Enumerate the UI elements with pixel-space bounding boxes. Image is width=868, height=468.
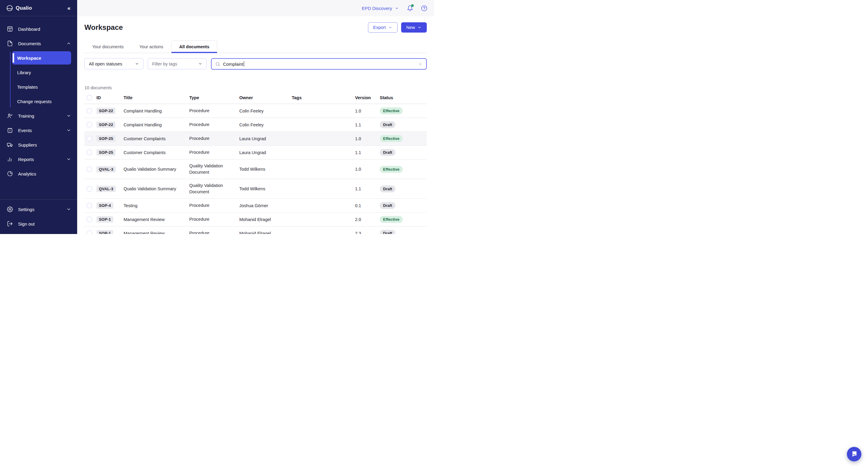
settings-icon: [7, 206, 13, 213]
document-title[interactable]: Complaint Handling: [124, 122, 189, 127]
table-row[interactable]: SOP-25 Customer Complaints Procedure Lau…: [84, 146, 427, 159]
documents-table-body: SOP-22 Complaint Handling Procedure Coli…: [84, 104, 427, 234]
new-button[interactable]: New: [401, 22, 427, 33]
document-icon: [7, 40, 13, 47]
table-row[interactable]: SOP-4 Testing Procedure Joshua Görner 0.…: [84, 199, 427, 213]
document-owner: Todd Wilkens: [239, 186, 292, 191]
sign-out-icon: [7, 221, 13, 227]
sidebar-item-label: Library: [17, 70, 31, 75]
sidebar-item-label: Templates: [17, 84, 38, 90]
sidebar-item-library[interactable]: Library: [12, 65, 71, 80]
select-all-checkbox[interactable]: [87, 95, 92, 100]
help-button[interactable]: [421, 5, 427, 11]
sidebar-item-workspace[interactable]: Workspace: [12, 51, 71, 64]
row-checkbox[interactable]: [87, 108, 92, 113]
status-filter-select[interactable]: All open statuses: [84, 58, 144, 69]
document-owner: Mohanid Elragel: [239, 217, 292, 222]
page-title: Workspace: [84, 23, 123, 32]
document-id-badge: SOP-1: [96, 216, 113, 223]
row-checkbox[interactable]: [87, 217, 92, 222]
sidebar-item-settings[interactable]: Settings: [0, 202, 77, 216]
document-title[interactable]: Management Review: [124, 217, 189, 222]
status-badge: Effective: [380, 216, 403, 223]
document-title[interactable]: Complaint Handling: [124, 109, 189, 113]
document-title[interactable]: Management Review: [124, 231, 189, 234]
row-checkbox[interactable]: [87, 167, 92, 172]
tab-all-documents[interactable]: All documents: [171, 40, 218, 53]
column-header-version: Version: [355, 95, 380, 100]
row-checkbox[interactable]: [87, 231, 92, 234]
notification-dot: [411, 4, 414, 7]
document-type: Procedure: [189, 216, 239, 223]
brand-name: Qualio: [16, 5, 32, 11]
table-row[interactable]: QVAL-3 Qualio Validation Summary Quality…: [84, 179, 427, 199]
chevron-down-icon: [66, 128, 71, 133]
document-title[interactable]: Qualio Validation Summary: [124, 186, 189, 191]
notifications-button[interactable]: [407, 5, 413, 11]
status-badge: Effective: [380, 135, 403, 142]
row-checkbox[interactable]: [87, 203, 92, 208]
column-header-type: Type: [189, 95, 239, 100]
sidebar-item-analytics[interactable]: Analytics: [0, 167, 77, 181]
filter-row: All open statuses Filter by tags Compla: [84, 58, 427, 70]
collapse-sidebar-icon[interactable]: «: [67, 5, 70, 11]
row-checkbox[interactable]: [87, 186, 92, 192]
chevron-down-icon: [198, 62, 202, 66]
document-title[interactable]: Qualio Validation Summary: [124, 167, 189, 172]
document-owner: Mohanid Elragel: [239, 231, 292, 234]
qualio-logo-icon: [6, 4, 13, 12]
chevron-down-icon: [66, 157, 71, 162]
row-checkbox[interactable]: [87, 150, 92, 155]
document-version: 2.0: [355, 217, 380, 222]
row-checkbox[interactable]: [87, 136, 92, 141]
table-row[interactable]: SOP-1 Management Review Procedure Mohani…: [84, 227, 427, 234]
text-caret: [244, 61, 244, 67]
sidebar-item-reports[interactable]: Reports: [0, 152, 77, 167]
chevron-down-icon: [66, 207, 71, 212]
chevron-down-icon: [388, 25, 393, 30]
document-version: 1.1: [355, 150, 380, 155]
document-title[interactable]: Testing: [124, 203, 189, 208]
document-title[interactable]: Customer Complaints: [124, 136, 189, 141]
document-type: Procedure: [189, 202, 239, 209]
table-row[interactable]: SOP-22 Complaint Handling Procedure Coli…: [84, 104, 427, 118]
table-row[interactable]: SOP-1 Management Review Procedure Mohani…: [84, 213, 427, 227]
search-input[interactable]: Complaint: [211, 58, 427, 70]
app-window: Qualio « Dashboard Documents: [0, 0, 434, 234]
row-checkbox[interactable]: [87, 122, 92, 127]
document-type: Procedure: [189, 230, 239, 234]
tab-your-documents[interactable]: Your documents: [84, 41, 131, 53]
status-badge: Draft: [380, 121, 396, 128]
sidebar-item-sign-out[interactable]: Sign out: [0, 216, 77, 231]
sidebar-item-change-requests[interactable]: Change requests: [12, 94, 71, 109]
document-owner: Laura Ungrad: [239, 136, 292, 141]
tags-filter-placeholder: Filter by tags: [152, 61, 177, 66]
chevron-down-icon: [66, 113, 71, 118]
reports-icon: [7, 156, 13, 163]
document-version: 1.0: [355, 136, 380, 141]
table-row[interactable]: QVAL-3 Qualio Validation Summary Quality…: [84, 159, 427, 179]
table-row[interactable]: SOP-25 Customer Complaints Procedure Lau…: [84, 132, 427, 146]
export-button[interactable]: Export: [368, 22, 398, 33]
document-title[interactable]: Customer Complaints: [124, 150, 189, 155]
sidebar-item-suppliers[interactable]: Suppliers: [0, 138, 77, 152]
tab-your-actions[interactable]: Your actions: [131, 41, 171, 53]
training-icon: [7, 113, 13, 119]
document-version: 1.1: [355, 122, 380, 127]
export-button-label: Export: [373, 25, 386, 30]
documents-table: ID Title Type Owner Tags Version Status …: [84, 93, 427, 234]
sidebar-item-label: Sign out: [18, 221, 35, 227]
sidebar-item-documents[interactable]: Documents: [0, 36, 77, 51]
sidebar-item-training[interactable]: Training: [0, 109, 77, 123]
clear-search-icon[interactable]: [418, 62, 423, 66]
sidebar-item-dashboard[interactable]: Dashboard: [0, 22, 77, 36]
sidebar-item-label: Suppliers: [18, 142, 37, 147]
sidebar-item-label: Workspace: [17, 56, 41, 61]
org-name: EPD Discovery: [362, 6, 392, 11]
table-row[interactable]: SOP-22 Complaint Handling Procedure Coli…: [84, 118, 427, 132]
sidebar-item-events[interactable]: Events: [0, 123, 77, 138]
sidebar-item-templates[interactable]: Templates: [12, 80, 71, 94]
org-switcher[interactable]: EPD Discovery: [362, 6, 399, 11]
document-type: Quality Validation Document: [189, 182, 239, 195]
tags-filter-select[interactable]: Filter by tags: [148, 58, 207, 69]
